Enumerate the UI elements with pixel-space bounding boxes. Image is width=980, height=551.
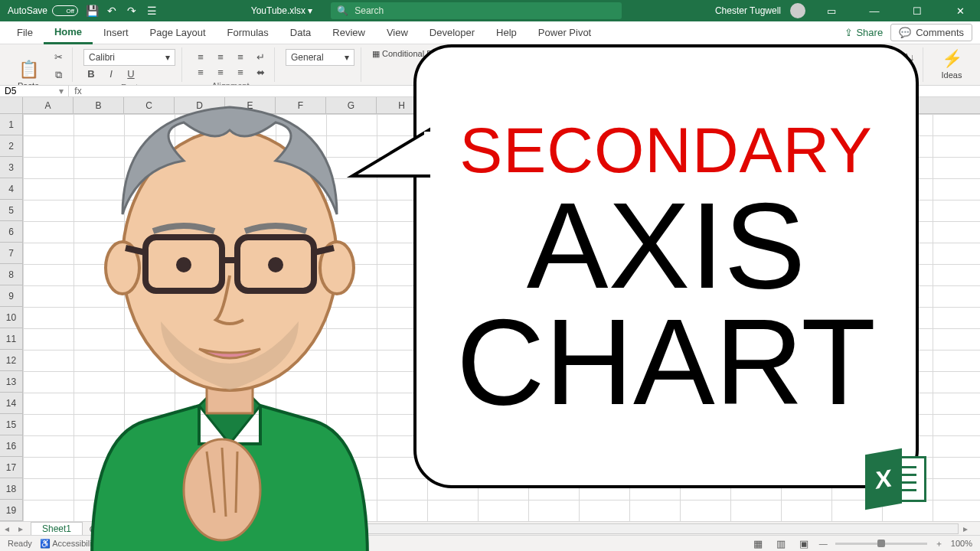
align-left-icon[interactable]: ≡ bbox=[193, 64, 208, 80]
column-header[interactable]: A bbox=[23, 97, 74, 113]
column-header[interactable]: I bbox=[427, 97, 478, 113]
zoom-slider[interactable] bbox=[835, 543, 927, 545]
bold-button[interactable]: B bbox=[83, 66, 99, 81]
page-break-view-icon[interactable]: ▣ bbox=[796, 536, 812, 551]
search-box[interactable]: 🔍 Search bbox=[331, 2, 622, 19]
sheet-nav-left-icon[interactable]: ◂ bbox=[0, 523, 14, 534]
ribbon-display-icon[interactable]: ▭ bbox=[815, 0, 848, 21]
row-header[interactable]: 11 bbox=[0, 328, 22, 350]
column-header[interactable]: M bbox=[629, 97, 680, 113]
row-header[interactable]: 13 bbox=[0, 371, 22, 393]
align-top-icon[interactable]: ≡ bbox=[193, 49, 208, 64]
italic-button[interactable]: I bbox=[103, 66, 119, 81]
maximize-icon[interactable]: ☐ bbox=[900, 0, 934, 21]
comments-button[interactable]: 💬 Comments bbox=[890, 24, 972, 41]
number-format-select[interactable]: General▾ bbox=[286, 49, 354, 66]
sheet-tab[interactable]: Sheet1 bbox=[31, 522, 83, 535]
username-label[interactable]: Chester Tugwell bbox=[715, 5, 781, 16]
row-header[interactable]: 18 bbox=[0, 478, 22, 500]
tab-review[interactable]: Review bbox=[322, 21, 376, 44]
row-header[interactable]: 19 bbox=[0, 500, 22, 521]
row-header[interactable]: 6 bbox=[0, 221, 22, 243]
align-bottom-icon[interactable]: ≡ bbox=[233, 49, 248, 64]
autosave-toggle[interactable]: AutoSave Off bbox=[8, 5, 78, 16]
column-header[interactable]: J bbox=[478, 97, 528, 113]
row-headers[interactable]: 12345678910111213141516171819 bbox=[0, 114, 23, 521]
row-header[interactable]: 14 bbox=[0, 393, 22, 414]
tab-power-pivot[interactable]: Power Pivot bbox=[528, 21, 602, 44]
row-header[interactable]: 7 bbox=[0, 243, 22, 264]
column-header[interactable]: H bbox=[377, 97, 427, 113]
scroll-right-icon[interactable]: ▸ bbox=[959, 523, 972, 534]
wrap-text-icon[interactable]: ↵ bbox=[253, 49, 268, 64]
row-header[interactable]: 9 bbox=[0, 285, 22, 307]
tab-developer[interactable]: Developer bbox=[419, 21, 485, 44]
row-header[interactable]: 2 bbox=[0, 135, 22, 157]
conditional-formatting-button[interactable]: ▦ Conditional Formatting ▾ bbox=[372, 49, 474, 59]
copy-icon[interactable]: ⧉ bbox=[51, 67, 66, 83]
zoom-level[interactable]: 100% bbox=[951, 539, 972, 548]
row-header[interactable]: 12 bbox=[0, 350, 22, 371]
column-header[interactable]: K bbox=[528, 97, 579, 113]
font-name-select[interactable]: Calibri▾ bbox=[83, 49, 175, 66]
normal-view-icon[interactable]: ▦ bbox=[750, 536, 766, 551]
column-header[interactable]: D bbox=[175, 97, 225, 113]
add-sheet-button[interactable]: ⊕ bbox=[83, 523, 104, 535]
fx-icon[interactable]: fx bbox=[69, 86, 87, 96]
document-filename[interactable]: YouTube.xlsx ▾ bbox=[251, 5, 313, 16]
cells-area[interactable] bbox=[23, 114, 980, 521]
row-header[interactable]: 1 bbox=[0, 114, 22, 135]
paste-button[interactable]: 📋 Paste bbox=[11, 60, 46, 86]
user-avatar[interactable] bbox=[790, 3, 805, 18]
page-layout-view-icon[interactable]: ▥ bbox=[773, 536, 789, 551]
cut-icon[interactable]: ✂ bbox=[51, 49, 66, 64]
horizontal-scrollbar[interactable]: ◂ ▸ bbox=[112, 523, 972, 534]
column-header[interactable]: F bbox=[276, 97, 326, 113]
tab-data[interactable]: Data bbox=[279, 21, 322, 44]
merge-icon[interactable]: ⬌ bbox=[253, 64, 268, 80]
align-middle-icon[interactable]: ≡ bbox=[213, 49, 228, 64]
column-header[interactable]: G bbox=[326, 97, 377, 113]
select-all-triangle[interactable] bbox=[0, 97, 23, 114]
row-header[interactable]: 4 bbox=[0, 178, 22, 200]
tab-view[interactable]: View bbox=[376, 21, 419, 44]
zoom-in-button[interactable]: ＋ bbox=[935, 538, 943, 549]
sort-icon[interactable]: A↓ bbox=[901, 49, 916, 64]
tab-home[interactable]: Home bbox=[44, 21, 93, 44]
zoom-out-button[interactable]: — bbox=[819, 539, 828, 548]
tab-insert[interactable]: Insert bbox=[93, 21, 139, 44]
autosum-icon[interactable]: Σ bbox=[881, 49, 897, 64]
accessibility-status[interactable]: ♿ Accessibility: Good to go bbox=[40, 539, 145, 549]
undo-icon[interactable]: ↶ bbox=[106, 5, 118, 17]
worksheet-grid[interactable]: 12345678910111213141516171819 ABCDEFGHIJ… bbox=[0, 97, 980, 521]
column-header[interactable]: O bbox=[730, 97, 781, 113]
align-right-icon[interactable]: ≡ bbox=[233, 64, 248, 80]
row-header[interactable]: 5 bbox=[0, 200, 22, 221]
column-header[interactable]: P bbox=[781, 97, 831, 113]
row-header[interactable]: 8 bbox=[0, 264, 22, 285]
row-header[interactable]: 3 bbox=[0, 157, 22, 178]
minimize-icon[interactable]: — bbox=[858, 0, 891, 21]
scroll-left-icon[interactable]: ◂ bbox=[112, 523, 126, 534]
redo-icon[interactable]: ↷ bbox=[126, 5, 138, 17]
row-header[interactable]: 10 bbox=[0, 307, 22, 328]
column-header[interactable]: E bbox=[225, 97, 276, 113]
insert-cells-button[interactable]: ▦ Insert ▾ bbox=[825, 49, 864, 59]
tab-help[interactable]: Help bbox=[485, 21, 528, 44]
tab-page-layout[interactable]: Page Layout bbox=[139, 21, 217, 44]
selected-cell[interactable] bbox=[174, 199, 224, 220]
name-box[interactable]: D5 ▾ bbox=[0, 86, 69, 96]
save-icon[interactable]: 💾 bbox=[86, 5, 98, 17]
tab-file[interactable]: File bbox=[6, 21, 44, 44]
column-header[interactable]: B bbox=[74, 97, 124, 113]
column-headers[interactable]: ABCDEFGHIJKLMNOPQ bbox=[23, 97, 980, 114]
close-icon[interactable]: ✕ bbox=[943, 0, 977, 21]
sheet-nav-right-icon[interactable]: ▸ bbox=[14, 523, 28, 534]
column-header[interactable]: Q bbox=[831, 97, 882, 113]
ideas-button[interactable]: ⚡ Ideas bbox=[934, 49, 969, 80]
tab-formulas[interactable]: Formulas bbox=[217, 21, 279, 44]
underline-button[interactable]: U bbox=[123, 66, 139, 81]
align-center-icon[interactable]: ≡ bbox=[213, 64, 228, 80]
column-header[interactable]: C bbox=[124, 97, 175, 113]
row-header[interactable]: 15 bbox=[0, 414, 22, 435]
